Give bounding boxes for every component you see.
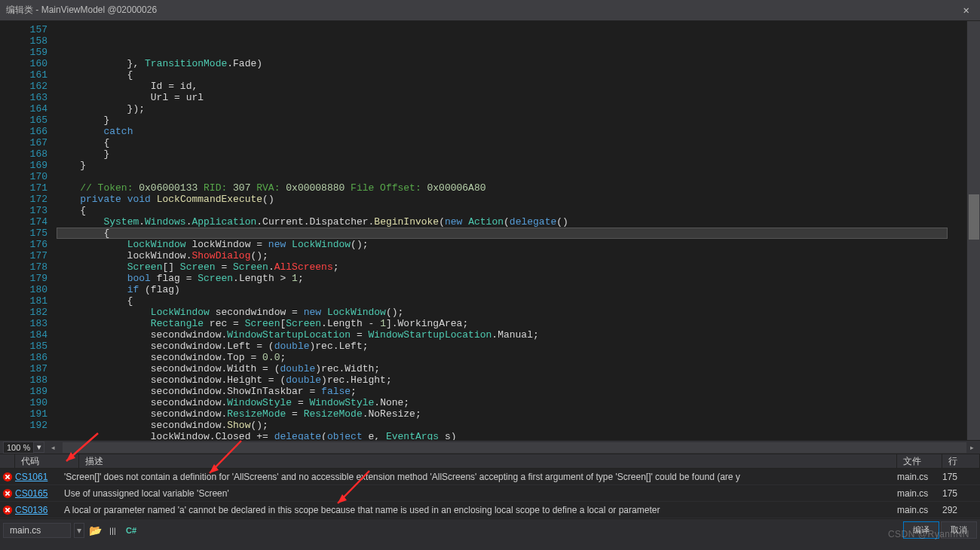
error-icon <box>0 472 15 482</box>
error-icon <box>0 488 15 499</box>
error-list-header: 代码 描述 文件 行 <box>0 454 980 469</box>
error-code-link[interactable]: CS0165 <box>15 488 47 499</box>
columns-icon[interactable]: ⫼ <box>106 524 121 536</box>
error-code-link[interactable]: CS0136 <box>15 505 47 515</box>
hscroll-right-icon[interactable]: ▸ <box>966 442 977 453</box>
folder-open-icon[interactable]: 📂 <box>87 524 103 536</box>
col-file: 文件 <box>903 455 921 468</box>
code-line[interactable]: Id = id, <box>57 81 966 92</box>
code-line[interactable]: }, TransitionMode.Fade) <box>57 58 966 69</box>
code-line[interactable]: { <box>57 205 966 216</box>
code-line[interactable]: secondwindow.ShowInTaskbar = false; <box>57 386 966 397</box>
file-name-input[interactable]: main.cs <box>3 523 71 538</box>
code-line[interactable]: secondwindow.Left = (double)rec.Left; <box>57 341 966 352</box>
code-line[interactable]: }); <box>57 103 966 115</box>
code-line[interactable]: Url = url <box>57 92 966 103</box>
code-line[interactable]: System.Windows.Application.Current.Dispa… <box>57 216 966 228</box>
code-line[interactable]: secondwindow.WindowStyle = WindowStyle.N… <box>57 397 966 408</box>
col-code: 代码 <box>21 455 39 468</box>
code-line[interactable]: secondwindow.Height = (double)rec.Height… <box>57 374 966 386</box>
error-file: main.cs <box>897 488 942 499</box>
code-line[interactable]: secondwindow.WindowStartupLocation = Win… <box>57 329 966 341</box>
code-line[interactable]: } <box>57 115 966 126</box>
error-line: 292 <box>942 505 980 515</box>
scrollbar-thumb[interactable] <box>969 194 979 240</box>
code-line[interactable]: { <box>57 295 966 307</box>
hscroll-left-icon[interactable]: ◂ <box>47 442 58 453</box>
code-line[interactable]: // Token: 0x06000133 RID: 307 RVA: 0x000… <box>57 182 966 194</box>
code-line[interactable]: secondwindow.Top = 0.0; <box>57 352 966 363</box>
code-line[interactable]: { <box>57 137 966 148</box>
code-line[interactable]: lockWindow.ShowDialog(); <box>57 250 966 261</box>
vertical-scrollbar[interactable] <box>966 21 980 440</box>
cancel-button[interactable]: 取消 <box>941 521 977 539</box>
error-desc: 'Screen[]' does not contain a definition… <box>64 472 897 482</box>
code-line[interactable]: Screen[] Screen = Screen.AllScreens; <box>57 261 966 273</box>
code-line[interactable]: LockWindow secondwindow = new LockWindow… <box>57 307 966 318</box>
error-file: main.cs <box>897 505 942 515</box>
code-editor[interactable]: 1571581591601611621631641651661671681691… <box>0 21 980 440</box>
bottom-toolbar: main.cs ▾ 📂 ⫼ C# 编译 取消 <box>0 518 980 541</box>
window-title: 编辑类 - MainViewModel @02000026 <box>6 4 157 17</box>
col-line: 行 <box>948 455 957 468</box>
code-area[interactable]: }, TransitionMode.Fade) { Id = id, Url =… <box>57 21 966 440</box>
current-line-highlight <box>57 228 948 239</box>
compile-button[interactable]: 编译 <box>903 521 939 539</box>
line-gutter: 1571581591601611621631641651661671681691… <box>0 21 57 440</box>
error-line: 175 <box>942 488 980 499</box>
file-dropdown-icon[interactable]: ▾ <box>74 523 84 538</box>
code-line[interactable]: secondwindow.Show(); <box>57 420 966 431</box>
code-line[interactable] <box>57 171 966 182</box>
error-desc: Use of unassigned local variable 'Screen… <box>64 488 897 499</box>
code-line[interactable]: } <box>57 148 966 160</box>
error-desc: A local or parameter named 'a' cannot be… <box>64 505 897 515</box>
title-bar: 编辑类 - MainViewModel @02000026 ✕ <box>0 0 980 21</box>
code-line[interactable]: if (flag) <box>57 284 966 295</box>
error-file: main.cs <box>897 472 942 482</box>
error-row[interactable]: CS0136A local or parameter named 'a' can… <box>0 502 980 518</box>
error-line: 175 <box>942 472 980 482</box>
error-row[interactable]: CS1061'Screen[]' does not contain a defi… <box>0 469 980 485</box>
code-line[interactable]: secondwindow.ResizeMode = ResizeMode.NoR… <box>57 408 966 420</box>
csharp-icon[interactable]: C# <box>124 526 139 535</box>
error-code-link[interactable]: CS1061 <box>15 472 47 482</box>
close-icon[interactable]: ✕ <box>959 4 974 17</box>
code-line[interactable]: private void LockCommandExecute() <box>57 194 966 205</box>
code-line[interactable]: secondwindow.Width = (double)rec.Width; <box>57 363 966 374</box>
code-line[interactable]: Rectangle rec = Screen[Screen.Length - 1… <box>57 318 966 329</box>
code-line[interactable]: lockWindow.Closed += delegate(object e, … <box>57 431 966 440</box>
code-line[interactable]: } <box>57 160 966 171</box>
code-line[interactable]: bool flag = Screen.Length > 1; <box>57 273 966 284</box>
error-row[interactable]: CS0165Use of unassigned local variable '… <box>0 485 980 502</box>
col-desc: 描述 <box>85 455 103 468</box>
error-icon <box>0 505 15 515</box>
zoom-dropdown-icon[interactable]: ▾ <box>34 442 44 453</box>
zoom-bar: 100 % ▾ ◂ ▸ <box>0 440 980 454</box>
code-line[interactable]: LockWindow lockWindow = new LockWindow()… <box>57 239 966 250</box>
code-line[interactable]: catch <box>57 126 966 137</box>
horizontal-scrollbar[interactable] <box>63 442 966 453</box>
code-line[interactable]: { <box>57 69 966 81</box>
error-list: CS1061'Screen[]' does not contain a defi… <box>0 469 980 518</box>
zoom-level[interactable]: 100 % <box>3 442 34 454</box>
